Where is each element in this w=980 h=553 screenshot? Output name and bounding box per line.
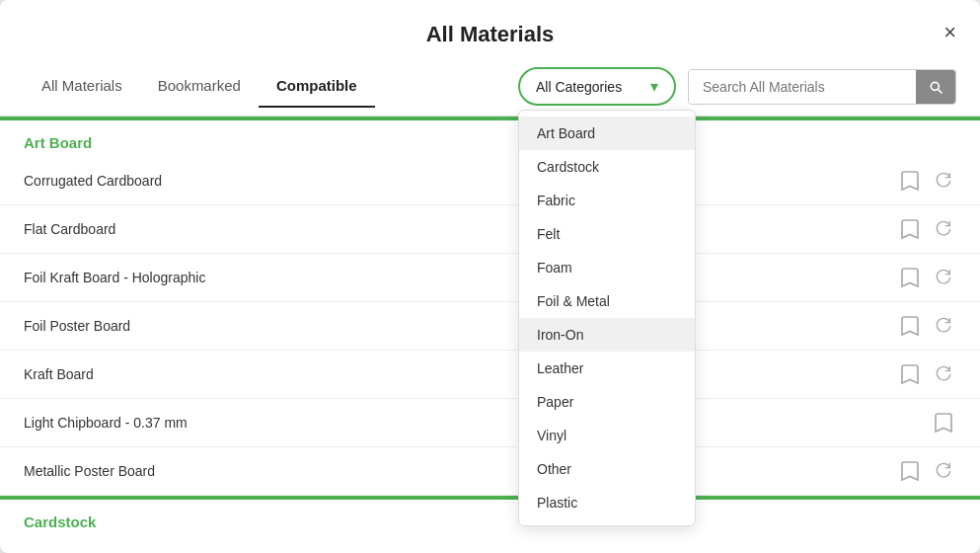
dropdown-item-other[interactable]: Other <box>519 452 695 486</box>
tabs: All Materials Bookmarked Compatible <box>24 67 375 107</box>
row-actions <box>897 169 956 193</box>
material-row: Foil Kraft Board - Holographic <box>0 254 980 302</box>
modal-title: All Materials <box>426 22 555 47</box>
rotate-icon[interactable] <box>931 315 956 337</box>
rotate-icon[interactable] <box>931 460 956 482</box>
section-header-cardstock: Cardstock <box>0 500 980 536</box>
dropdown-item-leather[interactable]: Leather <box>519 352 695 385</box>
dropdown-item-cardstock[interactable]: Cardstock <box>519 150 695 184</box>
bookmark-icon[interactable] <box>897 217 923 241</box>
material-name: Light Chipboard - 0.37 mm <box>24 399 931 446</box>
material-row: Metallic Poster Board <box>0 447 980 496</box>
material-name: Foil Poster Board <box>24 302 897 350</box>
bookmark-icon[interactable] <box>897 459 923 483</box>
bookmark-icon[interactable] <box>897 266 923 289</box>
row-actions <box>897 459 956 483</box>
dropdown-item-art-board[interactable]: Art Board <box>519 117 695 150</box>
tab-bookmarked[interactable]: Bookmarked <box>140 67 259 108</box>
search-wrapper <box>688 69 956 105</box>
dropdown-item-vinyl[interactable]: Vinyl <box>519 419 695 452</box>
tab-all-materials[interactable]: All Materials <box>24 67 140 108</box>
category-select-wrapper: All Categories ▾ Art Board Cardstock Fab… <box>518 67 676 106</box>
row-actions <box>897 217 956 241</box>
row-actions <box>897 314 956 338</box>
material-row: Foil Poster Board <box>0 302 980 351</box>
material-row: Corrugated Cardboard <box>0 157 980 205</box>
rotate-icon[interactable] <box>931 170 956 192</box>
row-actions <box>931 411 956 434</box>
material-name: Foil Kraft Board - Holographic <box>24 254 897 301</box>
search-button[interactable] <box>916 70 955 104</box>
dropdown-item-foil-metal[interactable]: Foil & Metal <box>519 284 695 318</box>
bookmark-icon[interactable] <box>897 169 923 193</box>
bookmark-icon[interactable] <box>897 362 923 386</box>
content-area: Art Board Corrugated Cardboard Flat Card… <box>0 117 980 553</box>
dropdown-item-plastic[interactable]: Plastic <box>519 486 695 519</box>
chevron-down-icon: ▾ <box>650 77 658 96</box>
modal-header: All Materials × <box>0 0 980 57</box>
dropdown-item-felt[interactable]: Felt <box>519 217 695 251</box>
material-name: Metallic Poster Board <box>24 447 897 495</box>
material-name: Kraft Board <box>24 351 897 398</box>
rotate-icon[interactable] <box>931 218 956 240</box>
tab-compatible[interactable]: Compatible <box>259 67 375 108</box>
material-name: Flat Cardboard <box>24 205 897 253</box>
dropdown-item-iron-on[interactable]: Iron-On <box>519 318 695 352</box>
category-dropdown-button[interactable]: All Categories ▾ <box>518 67 676 106</box>
material-name: Corrugated Cardboard <box>24 157 897 204</box>
rotate-icon[interactable] <box>931 267 956 288</box>
dropdown-item-foam[interactable]: Foam <box>519 251 695 284</box>
material-row: Kraft Board <box>0 351 980 399</box>
rotate-icon[interactable] <box>931 363 956 385</box>
bookmark-icon[interactable] <box>897 314 923 338</box>
row-actions <box>897 266 956 289</box>
material-row: Flat Cardboard <box>0 205 980 254</box>
dropdown-item-paper[interactable]: Paper <box>519 385 695 419</box>
close-button[interactable]: × <box>940 18 960 47</box>
search-icon <box>928 79 943 95</box>
filter-search-row: All Categories ▾ Art Board Cardstock Fab… <box>518 57 956 116</box>
category-dropdown-menu: Art Board Cardstock Fabric Felt Foam Foi… <box>518 110 696 526</box>
section-header-art-board: Art Board <box>0 120 980 157</box>
row-actions <box>897 362 956 386</box>
material-row: Light Chipboard - 0.37 mm <box>0 399 980 447</box>
all-materials-modal: All Materials × All Materials Bookmarked… <box>0 0 980 553</box>
bookmark-icon[interactable] <box>931 411 956 434</box>
selected-category-label: All Categories <box>536 79 622 95</box>
dropdown-item-fabric[interactable]: Fabric <box>519 184 695 217</box>
search-input[interactable] <box>689 70 916 104</box>
